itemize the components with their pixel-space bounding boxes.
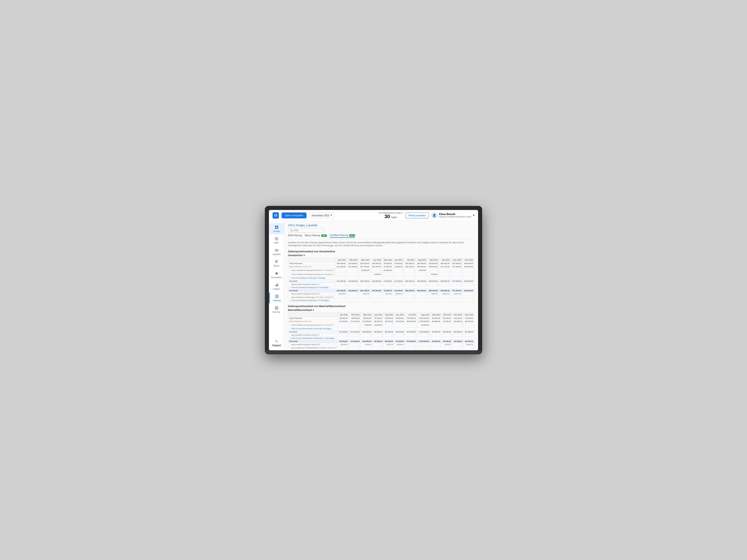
table-row: → Zeile für wareneinkaufsbare Forderunge…	[288, 337, 474, 340]
svg-rect-9	[275, 261, 278, 261]
tab-cashflow-planung[interactable]: Cashflow-Planung NEU	[330, 234, 355, 238]
svg-rect-8	[275, 251, 278, 251]
sidebar-label-bilanz: Bilanz	[274, 265, 279, 267]
chevron-down-icon: ▾	[473, 214, 474, 217]
col-apr: Apr 2023	[370, 258, 382, 262]
add-row-link4[interactable]: → Zeile für wareneinkaufsbare Forderunge…	[289, 328, 331, 330]
svg-rect-0	[275, 225, 276, 227]
table-row: davon erwartete Anzahlungen (Brutto) vor…	[288, 268, 474, 272]
col-okt: Okt 2023	[439, 258, 451, 262]
table-row: davon bezahlt im gleichen Monat in € ---…	[288, 283, 474, 286]
user-name: Klaus Bassek	[439, 212, 471, 216]
col-jul: Jul 2023	[404, 258, 416, 262]
col-label	[288, 258, 335, 262]
add-row-link5[interactable]: → Zeile für wareneinkaufsbare Forderunge…	[289, 337, 335, 339]
table-row: → Zeile für wareneinkaufsbare Forderunge…	[288, 327, 474, 330]
sidebar-label-bwa: BWA	[274, 242, 279, 244]
tab-bilanz-planung[interactable]: Bilanz-Planung NEU	[305, 234, 327, 238]
sidebar-item-liquiditaet[interactable]: Liquidität	[269, 246, 284, 257]
pricing-button[interactable]: Preise ansehen	[406, 212, 429, 218]
sidebar-label-support: Support	[272, 344, 281, 347]
material-table: Jan 2023Feb 2023Mär 2023Apr 2023 Mai 202…	[288, 313, 474, 350]
chevron-down-icon: ▾	[331, 214, 332, 217]
trial-badge: Ihr Probezeitraum endet in 30 Tagen	[379, 212, 403, 219]
table-row: → Zeile für bezahlbare Forderungen in € …	[288, 286, 474, 289]
trial-unit: Tagen	[391, 216, 397, 219]
date-label: Dezember 2022	[312, 214, 329, 217]
table-row: Brutto-Planwerte 19,00 % USt 219.150,002…	[288, 265, 474, 268]
sidebar-item-bwa[interactable]: BWA	[269, 235, 284, 246]
svg-rect-11	[275, 262, 278, 263]
note-input[interactable]	[293, 229, 322, 232]
info-icon[interactable]: ⓘ	[332, 273, 334, 275]
user-section[interactable]: 👤 Klaus Bassek Wagner Produktionsbetrieb…	[432, 212, 474, 218]
sidebar-item-kennzahlen[interactable]: Kennzahlen	[269, 269, 284, 281]
svg-rect-16	[276, 296, 278, 296]
bwa-icon	[274, 236, 279, 241]
sidebar-item-berichte[interactable]: Berichte	[269, 304, 284, 315]
tab-bwa-planung[interactable]: BWA-Planung	[288, 234, 302, 238]
table-row-restsaldo: Restsaldo 223.150,00246.800,00263.750,00…	[288, 279, 474, 283]
col-mai: Mai 2023	[382, 258, 393, 262]
edit-icon[interactable]: ✎	[335, 347, 337, 349]
table-row-total2: Restsaldo 89.200,00101.150,00109.050,008…	[288, 340, 474, 343]
support-icon: ✎	[275, 340, 278, 343]
page-title: Budget_Liquidität	[296, 224, 317, 227]
col-aug: Aug 2023	[416, 258, 428, 262]
berichte-icon	[274, 306, 279, 310]
section-title-material: Zahlungswirksamkeit von Material/Warenei…	[288, 305, 474, 308]
trial-days: 30	[384, 214, 390, 219]
analyse-icon	[274, 283, 279, 287]
screen: Daten einspielen Dezember 2022 ▾ Ihr Pro…	[269, 210, 478, 350]
table-row-total: Restsaldo 223.150,00246.800,00263.750,00…	[288, 289, 474, 292]
tab-bar: BWA-Planung Bilanz-Planung NEU Cashflow-…	[288, 234, 474, 239]
sidebar-label-berichte: Berichte	[273, 311, 280, 313]
main-layout: Cockpit BWA	[269, 221, 478, 350]
table-row-restsaldo2: Restsaldo 89.200,00101.150,00109.050,008…	[288, 330, 474, 333]
sidebar-item-support[interactable]: ✎ Support	[269, 338, 284, 348]
page-year: 2023	[288, 224, 294, 227]
col-dez: Dez 2023	[462, 258, 474, 262]
data-import-button[interactable]: Daten einspielen	[282, 212, 307, 218]
info-icon[interactable]: ⓘ	[332, 324, 334, 326]
table-row: davon erwartete Anzahlungen (Brutto) vor…	[288, 323, 474, 327]
content-area: 2023 | Budget_Liquidität 🔍 BWA-Planung B…	[284, 221, 478, 350]
svg-rect-1	[277, 225, 278, 227]
edit-icon[interactable]: ✎	[332, 296, 334, 298]
section-title-umsatz: Zahlungswirksamkeit von Umsatzerlöse	[288, 250, 474, 253]
sidebar-item-bilanz[interactable]: Bilanz	[269, 258, 284, 269]
add-row-link6[interactable]: → Zeile für bezahlbare Verbindlichkeiten…	[289, 350, 332, 350]
user-company: Wagner Produktionsbetriebe GmbH	[439, 216, 471, 218]
svg-rect-21	[276, 308, 277, 308]
svg-rect-18	[276, 297, 277, 297]
table-row: davon erwartete Anzahlungen (Brutto) vor…	[288, 272, 474, 276]
add-row-link2[interactable]: → Zeile für bezahlbare Forderungen in € …	[289, 287, 329, 289]
sidebar-item-analyse[interactable]: Analyse	[269, 281, 284, 292]
col-feb: Feb 2023	[347, 258, 359, 262]
date-selector[interactable]: Dezember 2022 ▾	[309, 212, 335, 218]
subsection-material: Material/Wareneinkauf ▾	[288, 309, 474, 311]
table-row: → Zeile für bezahlbare Forderungen in % …	[288, 299, 474, 302]
chevron-down-icon: ▾	[313, 309, 314, 311]
page-header: 2023 | Budget_Liquidität	[288, 224, 474, 227]
svg-rect-10	[275, 261, 277, 262]
search-bar[interactable]: 🔍	[288, 228, 324, 233]
table-row: → Zeile für bezahlbare Verbindlichkeiten…	[288, 349, 474, 350]
trial-text: Ihr Probezeitraum endet in	[379, 212, 403, 214]
table-row: → Zeile für bezahlbare Forderungen hinzu…	[288, 276, 474, 279]
col-mar: Mär 2023	[359, 258, 370, 262]
add-row-link[interactable]: → Zeile für bezahlbare Forderungen hinzu…	[289, 277, 326, 279]
svg-rect-2	[275, 228, 276, 229]
search-icon: 🔍	[290, 229, 293, 232]
sidebar-label-cockpit: Cockpit	[273, 230, 280, 232]
col-nov: Nov 2023	[451, 258, 462, 262]
kennzahlen-icon	[274, 271, 279, 275]
bilanz-icon	[274, 260, 279, 264]
sidebar: Cockpit BWA	[269, 221, 284, 350]
sidebar-item-cockpit[interactable]: Cockpit	[269, 223, 284, 234]
sidebar-item-planung[interactable]: Planung	[269, 292, 284, 303]
info-icon[interactable]: ⓘ	[332, 269, 334, 271]
add-row-link3[interactable]: → Zeile für bezahlbare Forderungen in % …	[289, 299, 329, 301]
svg-rect-17	[276, 296, 278, 297]
svg-rect-3	[277, 228, 278, 229]
